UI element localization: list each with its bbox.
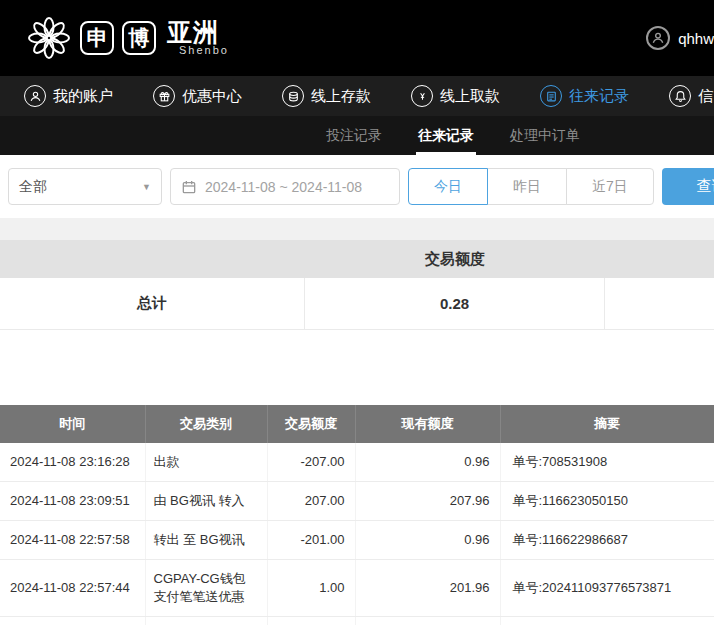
type-select[interactable]: 全部 ▼ [8, 168, 162, 205]
cell-time: 2024-11-08 22:57:58 [0, 521, 145, 560]
cell-time: 2024-11-08 22:57:44 [0, 617, 145, 625]
summary-total-row: 总计 0.28 [0, 278, 714, 330]
user-account[interactable]: qhhw [646, 26, 714, 50]
cell-type: CGPAY支付 [145, 617, 267, 625]
nav-item-deposit[interactable]: 线上存款 [282, 85, 371, 107]
yesterday-button[interactable]: 昨日 [487, 168, 567, 205]
cell-time: 2024-11-08 23:16:28 [0, 443, 145, 482]
nav-item-transactions[interactable]: 往来记录 [540, 85, 629, 107]
last7days-button[interactable]: 近7日 [566, 168, 654, 205]
brand-logo[interactable]: 申 博 亚洲 Shenbo [26, 15, 229, 61]
cell-time: 2024-11-08 22:57:44 [0, 560, 145, 617]
col-header-amount: 交易额度 [267, 405, 355, 443]
user-avatar-icon [646, 26, 670, 50]
cell-time: 2024-11-08 23:09:51 [0, 482, 145, 521]
flower-logo-icon [26, 15, 72, 61]
date-range-input[interactable]: 2024-11-08 ~ 2024-11-08 [170, 168, 400, 205]
cell-amount: 200.00 [267, 617, 355, 625]
main-nav: 我的账户 优惠中心 线上存款 线上取款 往来记录 信 [0, 76, 714, 116]
nav-item-my-account[interactable]: 我的账户 [24, 85, 113, 107]
summary-total-value: 0.28 [305, 278, 605, 329]
brand-region: 亚洲 [167, 19, 229, 45]
nav-item-withdraw[interactable]: 线上取款 [411, 85, 500, 107]
nav-label: 我的账户 [53, 87, 113, 106]
cell-amount: -201.00 [267, 521, 355, 560]
deposit-icon [282, 85, 304, 107]
cell-type: CGPAY-CG钱包支付笔笔送优惠 [145, 560, 267, 617]
col-header-time: 时间 [0, 405, 145, 443]
tab-betting-records[interactable]: 投注记录 [324, 116, 384, 155]
tab-label: 投注记录 [326, 127, 382, 145]
table-header-row: 时间 交易类别 交易额度 现有额度 摘要 [0, 405, 714, 443]
nav-label: 优惠中心 [182, 87, 242, 106]
cell-balance: 201.96 [355, 560, 500, 617]
brand-subtitle: Shenbo [167, 45, 229, 57]
cell-summary: 单号:708531908 [500, 443, 714, 482]
table-row: 2024-11-08 23:09:51 由 BG视讯 转入 207.00 207… [0, 482, 714, 521]
sub-nav: 投注记录 往来记录 处理中订单 [0, 116, 714, 155]
cell-balance: 200.96 [355, 617, 500, 625]
tab-label: 处理中订单 [510, 127, 580, 145]
nav-item-promotions[interactable]: 优惠中心 [153, 85, 242, 107]
app-header: 申 博 亚洲 Shenbo qhhw [0, 0, 714, 76]
nav-label: 信 [698, 87, 713, 106]
cell-summary: 单号:202411093776573871 [500, 617, 714, 625]
today-button[interactable]: 今日 [408, 168, 488, 205]
cell-amount: 1.00 [267, 560, 355, 617]
logo-char-shen: 申 [80, 21, 114, 55]
table-row: 2024-11-08 23:16:28 出款 -207.00 0.96 单号:7… [0, 443, 714, 482]
brand-text: 亚洲 Shenbo [167, 19, 229, 57]
summary-empty-cell [605, 278, 714, 329]
user-icon [24, 85, 46, 107]
tab-processing-orders[interactable]: 处理中订单 [508, 116, 582, 155]
cell-type: 由 BG视讯 转入 [145, 482, 267, 521]
filter-bar: 全部 ▼ 2024-11-08 ~ 2024-11-08 今日 昨日 近7日 查… [0, 155, 714, 218]
cell-summary: 单号:116622986687 [500, 521, 714, 560]
cell-summary: 单号:202411093776573871 [500, 560, 714, 617]
chevron-down-icon: ▼ [142, 182, 151, 192]
col-header-summary: 摘要 [500, 405, 714, 443]
query-button[interactable]: 查询 [662, 168, 714, 205]
cell-type: 出款 [145, 443, 267, 482]
cell-summary: 单号:116623050150 [500, 482, 714, 521]
records-table: 时间 交易类别 交易额度 现有额度 摘要 2024-11-08 23:16:28… [0, 405, 714, 625]
records-icon [540, 85, 562, 107]
date-range-value: 2024-11-08 ~ 2024-11-08 [205, 179, 362, 195]
summary-table: 交易额度 总计 0.28 [0, 240, 714, 330]
cell-amount: -207.00 [267, 443, 355, 482]
content-gap [0, 330, 714, 405]
logo-char-bo: 博 [122, 21, 156, 55]
cell-balance: 207.96 [355, 482, 500, 521]
col-header-type: 交易类别 [145, 405, 267, 443]
summary-header-row: 交易额度 [0, 240, 714, 278]
nav-label: 线上存款 [311, 87, 371, 106]
tab-transaction-records[interactable]: 往来记录 [416, 116, 476, 155]
cell-balance: 0.96 [355, 521, 500, 560]
cell-type: 转出 至 BG视讯 [145, 521, 267, 560]
bell-icon [669, 85, 691, 107]
col-header-balance: 现有额度 [355, 405, 500, 443]
withdraw-icon [411, 85, 433, 107]
nav-label: 往来记录 [569, 87, 629, 106]
summary-header-empty [0, 240, 305, 278]
nav-label: 线上取款 [440, 87, 500, 106]
table-row: 2024-11-08 22:57:44 CGPAY支付 200.00 200.9… [0, 617, 714, 625]
calendar-icon [181, 179, 197, 195]
date-quick-buttons: 今日 昨日 近7日 [408, 168, 654, 205]
summary-header-empty [605, 240, 714, 278]
type-select-value: 全部 [19, 178, 47, 196]
tab-label: 往来记录 [418, 127, 474, 145]
username: qhhw [678, 30, 714, 47]
table-row: 2024-11-08 22:57:58 转出 至 BG视讯 -201.00 0.… [0, 521, 714, 560]
cell-balance: 0.96 [355, 443, 500, 482]
table-row: 2024-11-08 22:57:44 CGPAY-CG钱包支付笔笔送优惠 1.… [0, 560, 714, 617]
cell-amount: 207.00 [267, 482, 355, 521]
summary-total-label: 总计 [0, 278, 305, 329]
section-spacer [0, 218, 714, 240]
nav-item-messages[interactable]: 信 [669, 85, 713, 107]
gift-icon [153, 85, 175, 107]
summary-header-label: 交易额度 [305, 240, 605, 278]
